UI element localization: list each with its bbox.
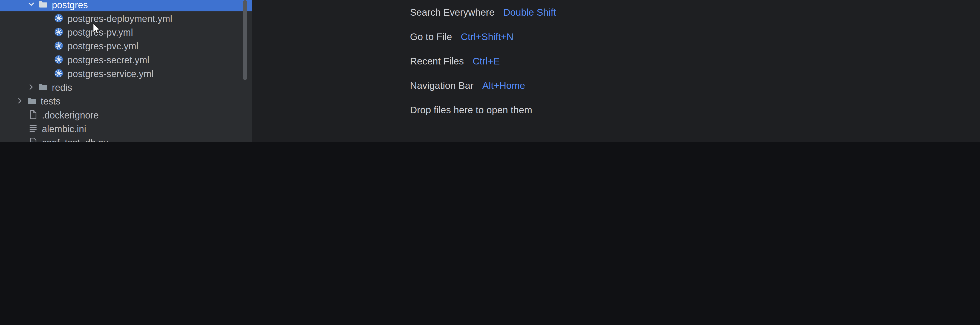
kubernetes-file-icon [54,54,64,65]
text-file-icon [28,123,38,134]
shortcut-keys: Alt+Home [482,80,525,91]
kubernetes-file-icon [54,27,64,37]
tree-item-label: postgres-pvc.yml [68,40,138,51]
tree-item-redis[interactable]: redis [0,80,252,94]
tree-item-postgres-deployment[interactable]: postgres-deployment.yml [0,11,252,25]
tree-item-postgres-service[interactable]: postgres-service.yml [0,66,252,80]
chevron-down-icon[interactable] [26,0,37,9]
tree-item-label: tests [40,96,60,106]
tree-item-alembic-ini[interactable]: alembic.ini [0,122,252,135]
shortcut-action: Navigation Bar [410,80,474,91]
tree-item-label: postgres [52,0,88,10]
folder-icon [38,0,48,9]
drop-files-hint: Drop files here to open them [410,98,556,122]
folder-icon [27,96,37,106]
tree-item-label: postgres-deployment.yml [68,13,172,24]
python-file-icon [28,137,38,142]
chevron-right-icon[interactable] [26,82,37,92]
file-icon [28,110,38,120]
tree-item-label: .dockerignore [42,109,99,120]
shortcut-hint: Search Everywhere Double Shift [410,0,556,24]
tree-item-label: postgres-secret.yml [68,54,150,65]
tree-item-label: alembic.ini [42,123,86,134]
shortcut-action: Search Everywhere [410,6,495,18]
kubernetes-file-icon [54,13,64,23]
tree-item-postgres-pvc[interactable]: postgres-pvc.yml [0,39,252,53]
tree-item-label: conf_test_db.py [42,137,108,142]
tree-item-postgres[interactable]: postgres [0,0,252,11]
mouse-cursor [92,22,101,36]
shortcut-hint: Recent Files Ctrl+E [410,49,556,73]
kubernetes-file-icon [54,68,64,78]
shortcut-keys: Ctrl+E [473,55,500,67]
editor-area: Search Everywhere Double Shift Go to Fil… [252,0,980,142]
shortcut-action: Go to File [410,31,452,42]
tree-item-dockerignore[interactable]: .dockerignore [0,108,252,122]
tree-item-label: postgres-service.yml [68,68,154,79]
shortcut-keys: Double Shift [503,6,556,18]
project-tree: postgres postgres-deployment.yml postgre… [0,0,252,142]
shortcut-keys: Ctrl+Shift+N [461,31,514,42]
tree-item-tests[interactable]: tests [0,94,252,107]
shortcut-hint: Navigation Bar Alt+Home [410,73,556,98]
ide-window: postgres postgres-deployment.yml postgre… [0,0,980,142]
project-tree-scrollbar[interactable] [243,0,247,80]
tree-item-postgres-pv[interactable]: postgres-pv.yml [0,25,252,38]
kubernetes-file-icon [54,41,64,51]
shortcut-hint: Go to File Ctrl+Shift+N [410,24,556,49]
folder-icon [38,82,48,92]
shortcut-action: Recent Files [410,55,464,67]
shortcut-action: Drop files here to open them [410,104,533,115]
tree-item-conf-test-db[interactable]: conf_test_db.py [0,135,252,142]
project-tree-panel: postgres postgres-deployment.yml postgre… [0,0,252,142]
tree-item-label: redis [52,82,72,93]
tree-item-postgres-secret[interactable]: postgres-secret.yml [0,53,252,66]
editor-shortcut-hints: Search Everywhere Double Shift Go to Fil… [410,0,556,122]
chevron-right-icon[interactable] [15,96,25,106]
